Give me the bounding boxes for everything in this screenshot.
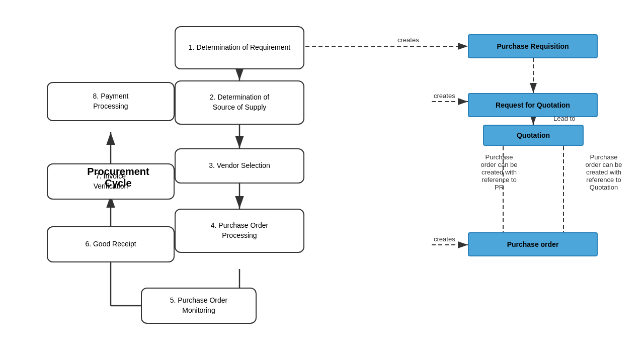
creates-annotation-3: creates <box>434 235 455 243</box>
step6-label: 6. Good Receipt <box>85 239 136 249</box>
purchase-requisition-box: Purchase Requisition <box>468 34 598 58</box>
step3-label: 3. Vendor Selection <box>209 161 270 171</box>
step6-box: 6. Good Receipt <box>47 226 175 262</box>
step4-label: 4. Purchase OrderProcessing <box>211 221 268 240</box>
quotation-label: Quotation <box>517 131 550 139</box>
diagram-container: 1. Determination of Requirement 2. Deter… <box>0 0 644 362</box>
step5-box: 5. Purchase OrderMonitoring <box>141 288 257 324</box>
lead-to-annotation: Lead to <box>553 115 575 122</box>
step2-label: 2. Determination ofSource of Supply <box>210 93 269 112</box>
step1-box: 1. Determination of Requirement <box>175 26 304 69</box>
quotation-box: Quotation <box>483 125 584 146</box>
step8-label: 8. PaymentProcessing <box>93 92 129 111</box>
creates-annotation-1: creates <box>397 36 419 44</box>
step3-box: 3. Vendor Selection <box>175 148 304 184</box>
quotation-ref-annotation: Purchaseorder can becreated withreferenc… <box>576 153 631 191</box>
step4-box: 4. Purchase OrderProcessing <box>175 209 304 253</box>
procurement-cycle-title: Procurement Cycle <box>78 166 158 189</box>
pr-ref-annotation: Purchaseorder can becreated withreferenc… <box>474 153 524 191</box>
po-label: Purchase order <box>507 240 559 248</box>
step2-box: 2. Determination ofSource of Supply <box>175 80 304 125</box>
creates-annotation-2: creates <box>434 92 455 100</box>
rfq-box: Request for Quotation <box>468 93 598 117</box>
step5-label: 5. Purchase OrderMonitoring <box>170 296 227 315</box>
pr-label: Purchase Requisition <box>497 42 569 50</box>
rfq-label: Request for Quotation <box>496 101 570 109</box>
step8-box: 8. PaymentProcessing <box>47 82 175 121</box>
purchase-order-box: Purchase order <box>468 232 598 256</box>
step1-label: 1. Determination of Requirement <box>189 43 290 53</box>
